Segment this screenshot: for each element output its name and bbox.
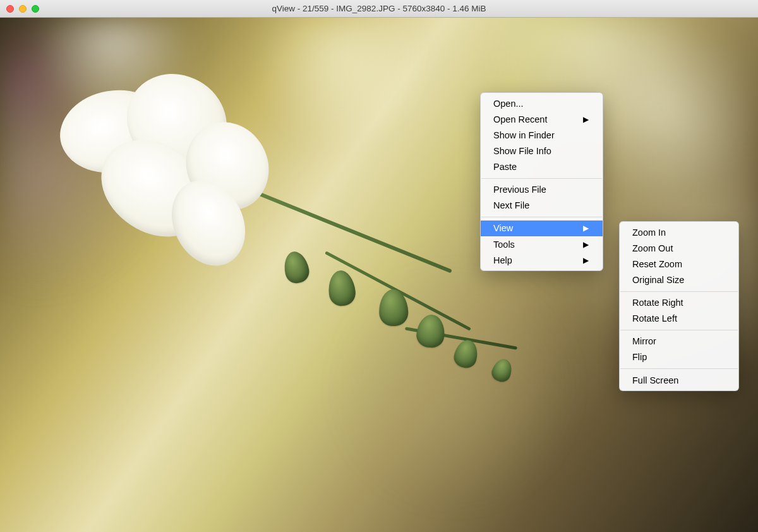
menu-item-label: Show in Finder: [493, 130, 555, 141]
menu-item-label: Zoom In: [632, 227, 666, 238]
menu-item-label: Mirror: [632, 336, 656, 347]
menu-item-label: Paste: [493, 161, 517, 172]
menu-item-label: Open Recent: [493, 114, 547, 125]
menu-item-show-file-info[interactable]: Show File Info: [481, 143, 603, 159]
zoom-button[interactable]: [32, 5, 39, 13]
menu-item-label: Help: [493, 255, 512, 266]
menu-item-label: Original Size: [632, 274, 684, 286]
menu-item-rotate-right[interactable]: Rotate Right: [620, 295, 738, 311]
menu-separator: [620, 291, 738, 292]
traffic-lights: [0, 0, 39, 17]
menu-item-view[interactable]: View ▶: [481, 221, 603, 236]
menu-separator: [620, 368, 738, 369]
menu-item-label: Show File Info: [493, 145, 551, 157]
menu-item-open[interactable]: Open...: [481, 95, 603, 111]
menu-item-rotate-left[interactable]: Rotate Left: [620, 311, 738, 327]
minimize-button[interactable]: [19, 5, 27, 13]
chevron-right-icon: ▶: [583, 224, 589, 232]
menu-item-reset-zoom[interactable]: Reset Zoom: [620, 256, 738, 272]
menu-separator: [481, 178, 602, 179]
menu-item-open-recent[interactable]: Open Recent ▶: [481, 111, 603, 127]
window-title: qView - 21/559 - IMG_2982.JPG - 5760x384…: [0, 4, 758, 13]
menu-item-label: Flip: [632, 351, 647, 363]
chevron-right-icon: ▶: [583, 116, 589, 123]
titlebar: qView - 21/559 - IMG_2982.JPG - 5760x384…: [0, 0, 758, 18]
menu-item-label: Reset Zoom: [632, 258, 682, 270]
menu-item-zoom-out[interactable]: Zoom Out: [620, 240, 738, 256]
menu-item-label: Previous File: [493, 184, 546, 195]
menu-item-label: Next File: [493, 200, 529, 211]
menu-separator: [481, 217, 602, 217]
context-menu: Open... Open Recent ▶ Show in Finder Sho…: [480, 92, 603, 271]
menu-item-help[interactable]: Help ▶: [481, 252, 603, 268]
chevron-right-icon: ▶: [583, 257, 589, 264]
menu-item-full-screen[interactable]: Full Screen: [620, 372, 738, 388]
menu-item-label: Zoom Out: [632, 243, 673, 254]
menu-item-show-in-finder[interactable]: Show in Finder: [481, 127, 603, 143]
menu-item-zoom-in[interactable]: Zoom In: [620, 224, 738, 240]
image-viewport[interactable]: Open... Open Recent ▶ Show in Finder Sho…: [0, 18, 758, 532]
view-submenu: Zoom In Zoom Out Reset Zoom Original Siz…: [619, 221, 739, 391]
menu-item-previous-file[interactable]: Previous File: [481, 182, 603, 198]
menu-item-flip[interactable]: Flip: [620, 349, 738, 365]
menu-item-label: Rotate Left: [632, 313, 677, 324]
app-window: qView - 21/559 - IMG_2982.JPG - 5760x384…: [0, 0, 758, 532]
menu-item-label: Rotate Right: [632, 297, 683, 308]
menu-item-label: Tools: [493, 239, 515, 250]
menu-item-mirror[interactable]: Mirror: [620, 334, 738, 349]
menu-item-label: Full Screen: [632, 375, 678, 386]
menu-item-label: View: [493, 222, 513, 234]
menu-item-tools[interactable]: Tools ▶: [481, 236, 603, 252]
menu-item-original-size[interactable]: Original Size: [620, 272, 738, 287]
close-button[interactable]: [6, 5, 14, 13]
menu-item-label: Open...: [493, 98, 524, 109]
chevron-right-icon: ▶: [583, 241, 589, 248]
menu-item-next-file[interactable]: Next File: [481, 198, 603, 214]
menu-separator: [620, 330, 738, 330]
menu-item-paste[interactable]: Paste: [481, 159, 603, 175]
